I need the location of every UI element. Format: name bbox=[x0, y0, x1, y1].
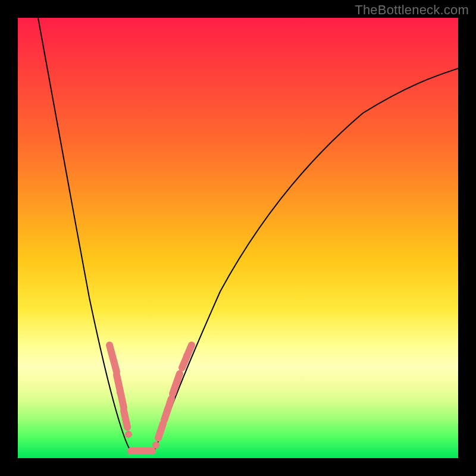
marker-dot bbox=[125, 431, 132, 438]
marker-seg bbox=[158, 424, 163, 438]
marker-dot bbox=[152, 441, 159, 449]
curve-right-branch bbox=[154, 68, 458, 452]
marker-seg bbox=[109, 345, 117, 372]
watermark-text: TheBottleneck.com bbox=[355, 2, 469, 18]
marker-group bbox=[109, 345, 192, 451]
marker-seg bbox=[124, 411, 127, 427]
marker-dot bbox=[164, 406, 171, 413]
marker-seg bbox=[173, 374, 180, 394]
curve-layer bbox=[18, 18, 458, 458]
marker-dot bbox=[183, 352, 190, 359]
chart-frame: TheBottleneck.com bbox=[0, 0, 476, 476]
marker-dot bbox=[117, 389, 124, 396]
plot-area bbox=[18, 18, 458, 458]
